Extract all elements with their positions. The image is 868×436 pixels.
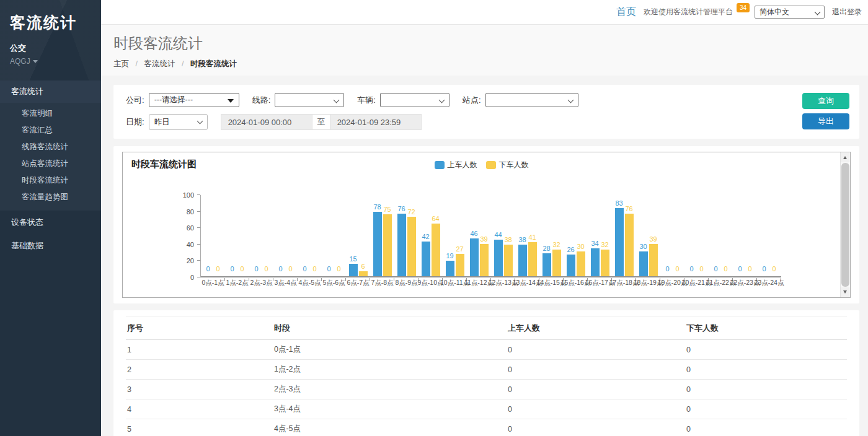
scroll-up-button[interactable] (841, 153, 850, 162)
bar-boarding: 0 (663, 265, 672, 276)
y-axis: 020406080100 (131, 195, 200, 277)
bar-value-label: 39 (649, 235, 657, 243)
legend-alighting[interactable]: 下车人数 (486, 160, 529, 170)
sidebar-item-flow-summary[interactable]: 客流汇总 (0, 122, 101, 139)
sidebar-item-device-status[interactable]: 设备状态 (0, 211, 101, 234)
legend-swatch-icon (435, 161, 445, 169)
bar-rect (552, 250, 561, 276)
chart-legend: 上车人数下车人数 (435, 160, 529, 170)
bar-value-label: 0 (337, 265, 340, 272)
chart-bar-group: 283214点-15点 (539, 194, 564, 276)
x-axis-label: 1点-2点 (226, 279, 248, 287)
breadcrumb-home[interactable]: 主页 (113, 59, 129, 68)
x-axis-label: 4点-5点 (298, 279, 321, 287)
org-name: 公交 (10, 43, 101, 54)
line-select[interactable] (275, 93, 344, 107)
bar-value-label: 0 (738, 265, 742, 272)
legend-label: 下车人数 (499, 160, 529, 170)
chart-title: 时段车流统计图 (131, 159, 197, 169)
bar-value-label: 32 (601, 241, 608, 248)
bar-alighting: 0 (746, 265, 755, 276)
chart-bar-group: 0020点-21点 (684, 194, 709, 276)
bar-value-label: 39 (480, 235, 487, 243)
chart-vertical-scrollbar[interactable] (840, 152, 850, 297)
bar-value-label: 0 (699, 265, 703, 272)
bar-boarding: 76 (397, 205, 406, 276)
table-cell: 2 (126, 360, 273, 380)
bar-value-label: 75 (383, 206, 391, 213)
bar-value-label: 0 (748, 265, 751, 272)
bar-value-label: 41 (528, 233, 536, 241)
y-axis-tick: 20 (131, 257, 200, 264)
chart-bar-group: 343216点-17点 (588, 194, 612, 276)
page-header: 时段客流统计 主页 / 客流统计 / 时段客流统计 (101, 25, 868, 76)
bar-rect (649, 244, 658, 276)
bar-boarding: 19 (446, 252, 454, 276)
user-dropdown[interactable]: AQGJ (10, 57, 101, 66)
y-axis-tick: 40 (131, 241, 200, 248)
home-link[interactable]: 首页 (616, 6, 636, 19)
breadcrumb: 主页 / 客流统计 / 时段客流统计 (113, 59, 868, 69)
bar-value-label: 64 (432, 215, 439, 222)
bar-value-label: 15 (349, 255, 356, 263)
date-start-input[interactable]: 2024-01-09 00:00 (221, 114, 312, 130)
bar-boarding: 26 (567, 246, 575, 276)
app-logo-title: 客流统计 (10, 12, 101, 33)
table-cell: 5 (126, 419, 273, 436)
sidebar-item-period-flow[interactable]: 时段客流统计 (0, 172, 101, 189)
sidebar-item-flow-detail[interactable]: 客流明细 (0, 105, 101, 122)
legend-swatch-icon (486, 161, 496, 169)
station-label: 站点: (463, 95, 481, 106)
sidebar-item-line-flow[interactable]: 线路客流统计 (0, 139, 101, 155)
filter-row-1: 公司: ---请选择--- 线路: 车辆: (126, 93, 849, 107)
bar-boarding: 28 (542, 245, 551, 276)
bar-boarding: 46 (470, 230, 479, 276)
scrollbar-thumb[interactable] (841, 163, 849, 287)
bar-value-label: 0 (206, 265, 210, 272)
station-select[interactable] (485, 93, 578, 107)
y-axis-tick-label: 60 (187, 224, 194, 232)
table-cell: 0 (685, 399, 847, 419)
x-axis-label: 3点-4点 (274, 279, 296, 287)
company-label: 公司: (126, 95, 144, 106)
bar-boarding: 0 (736, 265, 745, 276)
table-header-cell: 序号 (126, 317, 273, 340)
export-button[interactable]: 导出 (802, 113, 849, 129)
chart-bar-group: 001点-2点 (225, 194, 249, 276)
legend-boarding[interactable]: 上车人数 (435, 160, 477, 170)
sidebar-group-passenger-flow[interactable]: 客流统计 (0, 81, 101, 103)
notification-badge: 34 (737, 3, 750, 12)
bar-rect (528, 242, 537, 276)
table-cell: 0 (685, 340, 847, 360)
bar-boarding: 0 (204, 265, 213, 276)
query-button[interactable]: 查询 (802, 93, 849, 109)
bar-value-label: 38 (504, 236, 512, 243)
chart-bar-group: 192710点-11点 (443, 194, 467, 276)
bar-rect (591, 248, 600, 276)
company-select[interactable]: ---请选择--- (149, 93, 239, 107)
brand-area: 客流统计 公交 AQGJ (0, 0, 101, 74)
sidebar-item-flow-trend[interactable]: 客流量趋势图 (0, 189, 101, 206)
bar-alighting: 64 (432, 215, 440, 276)
language-select[interactable]: 简体中文 (755, 6, 825, 19)
date-end-input[interactable]: 2024-01-09 23:59 (330, 114, 422, 130)
vehicle-select[interactable] (380, 93, 450, 107)
bar-value-label: 46 (470, 230, 477, 237)
x-axis-label: 5点-6点 (322, 279, 345, 287)
language-value: 简体中文 (760, 7, 789, 17)
table-cell: 2点-3点 (273, 380, 507, 399)
sidebar-item-base-data[interactable]: 基础数据 (0, 234, 101, 258)
table-cell: 0 (507, 340, 685, 360)
chart-bar-group: 443812点-13点 (491, 194, 515, 276)
date-preset-select[interactable]: 昨日 (149, 114, 208, 130)
breadcrumb-section[interactable]: 客流统计 (144, 59, 175, 68)
chart-bar-group: 0021点-22点 (709, 194, 733, 276)
bar-alighting: 0 (698, 265, 706, 276)
bar-value-label: 0 (689, 265, 693, 272)
scroll-down-button[interactable] (841, 287, 850, 297)
bar-rect (349, 264, 358, 276)
bar-alighting: 32 (552, 241, 561, 276)
logout-link[interactable]: 退出登录 (832, 7, 862, 17)
bar-boarding: 0 (252, 265, 261, 276)
sidebar-item-station-flow[interactable]: 站点客流统计 (0, 155, 101, 172)
